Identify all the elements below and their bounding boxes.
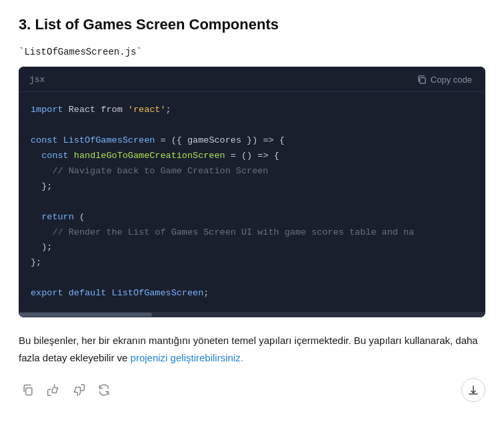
copy-code-button[interactable]: Copy code <box>414 73 475 86</box>
thumbs-down-icon <box>72 383 85 397</box>
code-block-header: jsx Copy code <box>19 67 485 92</box>
description-text: Bu bileşenler, her bir ekranın mantığını… <box>19 332 485 366</box>
download-icon <box>467 384 479 396</box>
svg-rect-1 <box>26 388 32 395</box>
scrollbar-thumb[interactable] <box>19 313 152 317</box>
thumbs-up-button[interactable] <box>44 381 63 399</box>
svg-rect-0 <box>420 78 425 83</box>
thumbs-down-button[interactable] <box>69 381 88 399</box>
description-text-before: Bu bileşenler, her bir ekranın mantığını… <box>19 335 478 363</box>
code-content-area: import React from 'react'; const ListOfG… <box>19 92 485 312</box>
code-block: jsx Copy code import React from 'react';… <box>19 67 485 317</box>
copy-action-icon <box>21 383 35 397</box>
download-button[interactable] <box>461 378 485 402</box>
filename-badge: `ListOfGamesScreen.js` <box>19 47 142 57</box>
refresh-button[interactable] <box>95 381 113 399</box>
refresh-icon <box>97 383 111 397</box>
copy-action-button[interactable] <box>19 381 37 399</box>
action-bar <box>19 378 485 402</box>
description-highlight: projenizi geliştirebilirsiniz. <box>131 352 243 363</box>
horizontal-scrollbar[interactable] <box>19 312 485 317</box>
code-lang-label: jsx <box>29 75 45 85</box>
copy-code-label: Copy code <box>431 75 472 85</box>
copy-icon <box>417 75 427 85</box>
action-icons-left <box>19 381 113 399</box>
thumbs-up-icon <box>47 383 60 397</box>
section-title: 3. List of Games Screen Components <box>19 16 485 33</box>
